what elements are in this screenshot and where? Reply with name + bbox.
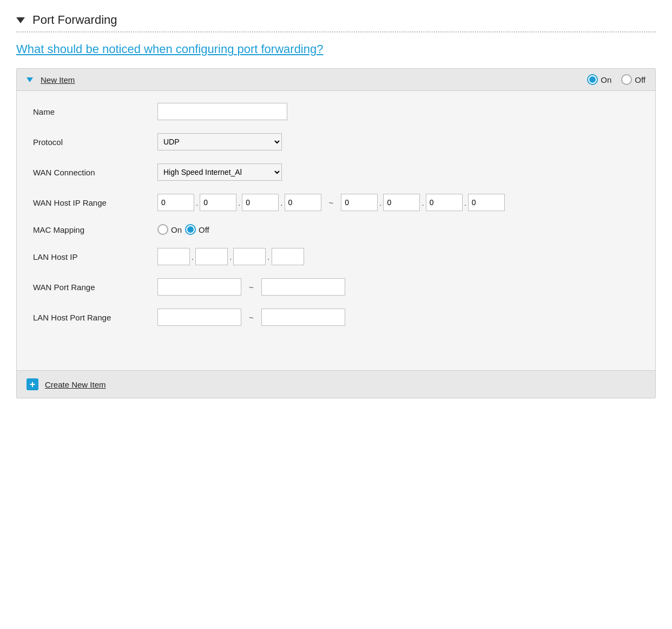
plus-icon: + [30, 379, 36, 389]
wan-ip-from-1[interactable] [157, 194, 194, 211]
name-input[interactable] [157, 103, 287, 120]
protocol-label: Protocol [33, 137, 157, 147]
card-footer: + Create New Item [17, 370, 655, 398]
wan-ip-to-2[interactable] [383, 194, 420, 211]
wan-port-range-row: WAN Port Range ~ [17, 272, 655, 302]
wan-port-from[interactable] [157, 278, 241, 296]
section-divider [16, 31, 656, 32]
wan-host-ip-label: WAN Host IP Range [33, 198, 157, 207]
off-label: Off [635, 75, 645, 84]
port-forwarding-card: New Item On Off Name [16, 68, 656, 398]
wan-ip-to-3[interactable] [426, 194, 463, 211]
mac-on-label: On [171, 225, 182, 234]
mac-mapping-row: MAC Mapping On Off [17, 218, 655, 241]
lan-ip-3[interactable] [233, 248, 266, 265]
section-title-row: Port Forwarding [16, 13, 656, 27]
help-link[interactable]: What should be noticed when configuring … [16, 42, 656, 56]
name-label: Name [33, 107, 157, 116]
lan-port-range-control: ~ [157, 309, 345, 326]
dot3: . [280, 198, 283, 207]
dot6: . [464, 198, 467, 207]
mac-radio-off-outer [185, 224, 196, 235]
dot5: . [421, 198, 424, 207]
protocol-select[interactable]: UDP TCP TCP/UDP [157, 133, 282, 150]
wan-conn-row: WAN Connection High Speed Internet_Al [17, 157, 655, 187]
wan-port-range-label: WAN Port Range [33, 283, 157, 292]
wan-conn-select[interactable]: High Speed Internet_Al [157, 163, 282, 181]
wan-ip-to-1[interactable] [341, 194, 378, 211]
range-tilde: ~ [325, 198, 338, 207]
lan-host-ip-row: LAN Host IP . . . [17, 241, 655, 272]
mac-radio-on-outer [157, 224, 168, 235]
protocol-row: Protocol UDP TCP TCP/UDP [17, 127, 655, 157]
lan-port-to-readonly [261, 309, 345, 326]
create-new-link[interactable]: Create New Item [45, 380, 106, 389]
wan-ip-to-4[interactable] [468, 194, 505, 211]
name-row: Name [17, 96, 655, 127]
mac-radio-off-inner [187, 226, 194, 233]
card-body: Name Protocol UDP TCP TCP/UDP WAN C [17, 91, 655, 370]
lan-ip-2[interactable] [195, 248, 228, 265]
status-off-radio[interactable]: Off [621, 74, 645, 85]
wan-host-ip-row: WAN Host IP Range . . . ~ . [17, 187, 655, 218]
dot1: . [195, 198, 199, 207]
header-controls: On Off [587, 74, 645, 85]
lan-ip-group: . . . [157, 248, 304, 265]
wan-ip-from-2[interactable] [200, 194, 236, 211]
lan-port-range-label: LAN Host Port Range [33, 313, 157, 322]
mac-off-label: Off [199, 225, 209, 234]
wan-ip-from-group: . . . [157, 194, 321, 211]
wan-ip-from-4[interactable] [285, 194, 321, 211]
status-on-radio[interactable]: On [587, 74, 611, 85]
card-collapse-icon[interactable] [27, 77, 33, 82]
name-control [157, 103, 287, 120]
lan-ip-4[interactable] [272, 248, 304, 265]
wan-ip-from-3[interactable] [242, 194, 279, 211]
lan-dot2: . [229, 252, 232, 261]
on-label: On [601, 75, 611, 84]
dot4: . [379, 198, 382, 207]
wan-host-ip-control: . . . ~ . . . [157, 194, 505, 211]
lan-port-tilde: ~ [245, 313, 258, 322]
mac-off-radio[interactable]: Off [185, 224, 209, 235]
wan-port-to[interactable] [261, 278, 345, 296]
lan-ip-1[interactable] [157, 248, 190, 265]
lan-port-range-row: LAN Host Port Range ~ [17, 302, 655, 332]
dot2: . [238, 198, 241, 207]
create-new-icon[interactable]: + [27, 378, 38, 390]
mac-mapping-label: MAC Mapping [33, 225, 157, 234]
wan-ip-to-group: . . . [341, 194, 505, 211]
card-header: New Item On Off [17, 69, 655, 91]
lan-host-ip-control: . . . [157, 248, 304, 265]
wan-port-range-control: ~ [157, 278, 345, 296]
lan-dot1: . [191, 252, 194, 261]
page-title: Port Forwarding [32, 13, 117, 27]
card-title[interactable]: New Item [41, 75, 579, 84]
mac-mapping-control: On Off [157, 224, 209, 235]
protocol-control: UDP TCP TCP/UDP [157, 133, 282, 150]
body-spacer [17, 332, 655, 365]
wan-conn-control: High Speed Internet_Al [157, 163, 282, 181]
lan-dot3: . [267, 252, 270, 261]
collapse-icon[interactable] [16, 17, 25, 23]
radio-on-inner [589, 76, 596, 83]
radio-off-outer [621, 74, 632, 85]
wan-port-tilde: ~ [245, 283, 258, 292]
radio-on-outer [587, 74, 598, 85]
mac-on-radio[interactable]: On [157, 224, 182, 235]
lan-port-from[interactable] [157, 309, 241, 326]
wan-conn-label: WAN Connection [33, 168, 157, 177]
lan-host-ip-label: LAN Host IP [33, 252, 157, 261]
